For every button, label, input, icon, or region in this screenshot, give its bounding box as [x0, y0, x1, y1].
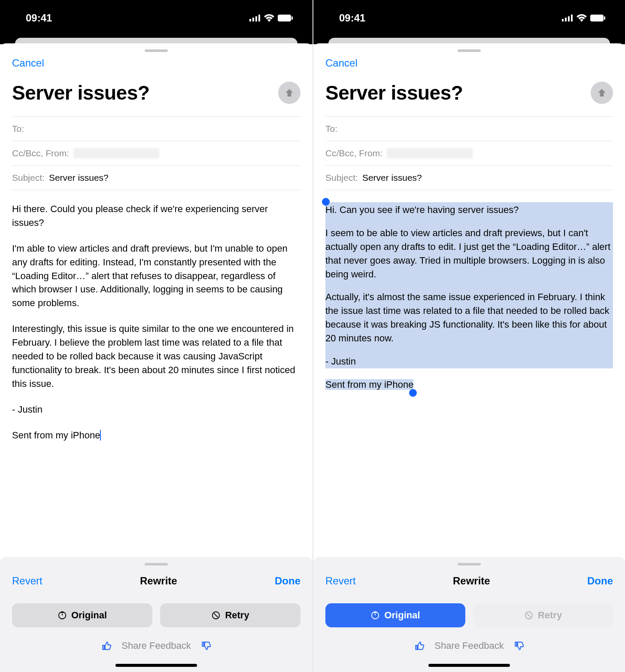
battery-icon	[590, 14, 606, 22]
body-paragraph: Hi there. Could you please check if we'r…	[12, 202, 300, 230]
share-feedback-button[interactable]: Share Feedback	[434, 640, 504, 651]
card-grabber[interactable]	[145, 563, 168, 566]
sheet-grabber[interactable]	[458, 49, 481, 52]
rewrite-title: Rewrite	[453, 575, 490, 587]
selection-handle-start[interactable]	[322, 198, 330, 206]
sent-from: Sent from my iPhone	[12, 429, 300, 442]
subject-field[interactable]: Subject: Server issues?	[325, 166, 613, 190]
svg-rect-3	[258, 15, 260, 21]
phone-right: 09:41 Cancel Server issues? To:	[312, 0, 625, 672]
signature: - Justin	[12, 403, 300, 417]
selection-handle-end[interactable]	[409, 389, 417, 397]
retry-icon	[211, 611, 221, 620]
sent-from: Sent from my iPhone	[325, 379, 413, 390]
svg-rect-9	[565, 18, 567, 21]
message-body[interactable]: Hi there. Could you please check if we'r…	[0, 190, 312, 557]
writing-tools-card: Revert Rewrite Done Original Retry Share…	[0, 557, 312, 672]
svg-rect-8	[562, 19, 564, 21]
svg-rect-0	[249, 19, 251, 21]
cellular-icon	[562, 15, 573, 21]
status-icons	[562, 14, 606, 22]
svg-rect-5	[291, 16, 293, 20]
svg-rect-1	[252, 18, 254, 21]
to-field[interactable]: To:	[12, 116, 300, 141]
subject-field[interactable]: Subject: Server issues?	[12, 166, 300, 190]
cancel-button[interactable]: Cancel	[313, 55, 625, 73]
status-icons	[249, 14, 293, 22]
arrow-up-icon	[284, 87, 295, 98]
compose-title: Server issues?	[325, 81, 463, 104]
thumbs-down-icon[interactable]	[200, 640, 212, 651]
ccbcc-field[interactable]: Cc/Bcc, From:	[12, 141, 300, 166]
battery-icon	[278, 14, 293, 22]
retry-label: Retry	[538, 610, 562, 621]
send-button[interactable]	[591, 82, 613, 104]
status-time: 09:41	[26, 12, 52, 24]
subject-label: Subject:	[12, 173, 45, 183]
svg-rect-2	[255, 16, 257, 21]
sheet-grabber[interactable]	[145, 49, 168, 52]
subject-label: Subject:	[325, 173, 358, 183]
retry-button[interactable]: Retry	[160, 603, 300, 627]
done-button[interactable]: Done	[275, 575, 300, 587]
rewrite-title: Rewrite	[140, 575, 177, 587]
to-label: To:	[325, 124, 337, 134]
message-body[interactable]: Hi. Can you see if we're having server i…	[313, 190, 625, 557]
card-grabber[interactable]	[458, 563, 481, 566]
subject-value: Server issues?	[49, 173, 109, 183]
retry-icon	[524, 611, 534, 620]
retry-label: Retry	[225, 610, 249, 621]
share-feedback-button[interactable]: Share Feedback	[121, 640, 191, 651]
body-paragraph: Actually, it's almost the same issue exp…	[325, 290, 613, 345]
revert-button[interactable]: Revert	[12, 575, 42, 587]
body-paragraph: Hi. Can you see if we're having server i…	[325, 202, 613, 217]
original-label: Original	[71, 610, 107, 621]
home-indicator[interactable]	[115, 664, 197, 667]
phone-left: 09:41 Cancel Server issues? To:	[0, 0, 312, 672]
done-button[interactable]: Done	[587, 575, 613, 587]
original-button[interactable]: Original	[12, 603, 152, 627]
svg-rect-12	[590, 15, 604, 21]
body-paragraph: I seem to be able to view articles and d…	[325, 226, 613, 281]
body-paragraph: I'm able to view articles and draft prev…	[12, 242, 300, 310]
compose-sheet: Cancel Server issues? To: Cc/Bcc, From: …	[313, 43, 625, 672]
from-redacted	[73, 148, 159, 158]
status-time: 09:41	[339, 12, 365, 24]
original-icon	[370, 611, 380, 620]
thumbs-up-icon[interactable]	[101, 640, 112, 651]
to-label: To:	[12, 124, 24, 134]
ccbcc-label: Cc/Bcc, From:	[12, 148, 69, 158]
body-paragraph: Interestingly, this issue is quite simil…	[12, 322, 300, 390]
original-icon	[58, 611, 67, 620]
to-field[interactable]: To:	[325, 116, 613, 141]
send-button[interactable]	[278, 82, 300, 104]
status-bar: 09:41	[313, 0, 625, 38]
cancel-button[interactable]: Cancel	[0, 55, 312, 73]
original-label: Original	[384, 610, 420, 621]
status-bar: 09:41	[0, 0, 312, 38]
svg-rect-4	[278, 15, 291, 21]
cellular-icon	[249, 15, 261, 21]
thumbs-up-icon[interactable]	[414, 640, 425, 651]
ccbcc-field[interactable]: Cc/Bcc, From:	[325, 141, 613, 166]
wifi-icon	[264, 14, 274, 22]
from-redacted	[387, 148, 473, 158]
subject-value: Server issues?	[362, 173, 422, 183]
retry-button: Retry	[473, 603, 613, 627]
wifi-icon	[576, 14, 587, 22]
thumbs-down-icon[interactable]	[513, 640, 525, 651]
compose-title: Server issues?	[12, 81, 149, 104]
svg-rect-11	[571, 15, 573, 21]
compose-sheet: Cancel Server issues? To: Cc/Bcc, From: …	[0, 43, 312, 672]
arrow-up-icon	[596, 87, 607, 98]
writing-tools-card: Revert Rewrite Done Original Retry Share…	[313, 557, 625, 672]
home-indicator[interactable]	[428, 664, 510, 667]
revert-button[interactable]: Revert	[325, 575, 356, 587]
signature: - Justin	[325, 355, 613, 368]
original-button[interactable]: Original	[325, 603, 465, 627]
ccbcc-label: Cc/Bcc, From:	[325, 148, 382, 158]
svg-rect-10	[568, 16, 570, 21]
svg-rect-13	[604, 16, 605, 20]
